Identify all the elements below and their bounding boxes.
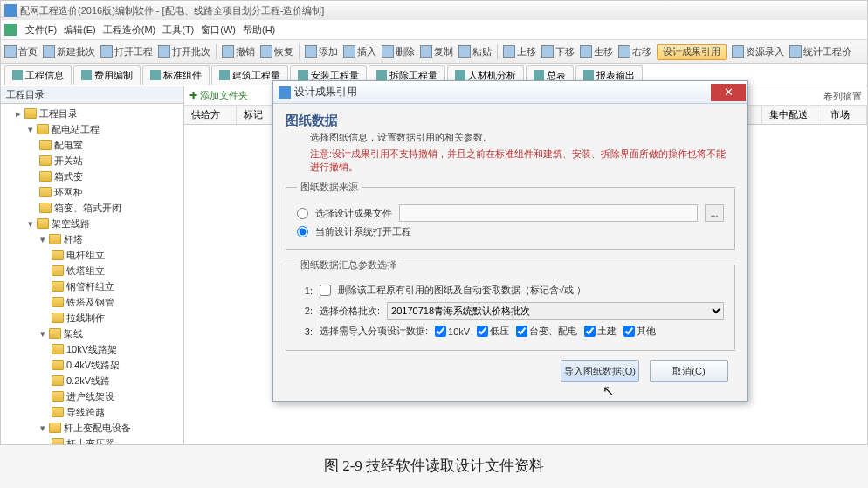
price-batch-select[interactable]: 20170718青海系统默认价格批次	[387, 302, 724, 320]
chk-delete-old-label: 删除该工程原有引用的图纸及自动套取数据（标记含√或!）	[338, 284, 586, 297]
tb-down[interactable]: 下移	[541, 45, 575, 58]
tb-copy[interactable]: 复制	[420, 45, 453, 58]
tb-right[interactable]: 右移	[618, 45, 651, 58]
menu-help[interactable]: 帮助(H)	[243, 24, 275, 37]
tb-left[interactable]: 生移	[580, 45, 613, 58]
tb-openbatch[interactable]: 打开批次	[158, 45, 210, 58]
radio-current-project[interactable]	[297, 226, 308, 237]
section-desc: 选择图纸信息，设置数据引用的相关参数。	[310, 131, 735, 144]
warning-text: 注意:设计成果引用不支持撤销，并且之前在标准组件和建筑、安装、拆除界面所做的操作…	[310, 148, 735, 174]
tb-openproj[interactable]: 打开工程	[100, 45, 153, 58]
chk-civil[interactable]	[584, 326, 596, 337]
chk-trans[interactable]	[516, 326, 527, 337]
menubar: 文件(F) 编辑(E) 工程造价(M) 工具(T) 窗口(W) 帮助(H)	[1, 20, 867, 39]
figure-caption: 图 2-9 技经软件读取设计文件资料	[0, 456, 868, 476]
menu-cost[interactable]: 工程造价(M)	[103, 24, 156, 37]
tb-home[interactable]: 首页	[4, 45, 38, 58]
radio-current-project-label: 当前设计系统打开工程	[315, 225, 411, 238]
tree-panel: 工程目录 ▸工程目录 ▾配电站工程 配电室 开关站 箱式变 环网柜 箱变、箱式开…	[1, 86, 184, 444]
cancel-button[interactable]: 取消(C)	[650, 360, 728, 382]
menu-window[interactable]: 窗口(W)	[201, 24, 236, 37]
menu-file[interactable]: 文件(F)	[25, 24, 57, 37]
tree-header: 工程目录	[1, 86, 183, 104]
dialog-titlebar: 设计成果引用 ✕	[273, 81, 747, 104]
tb-add[interactable]: 添加	[305, 45, 338, 58]
tab-std[interactable]: 标准组件	[142, 65, 210, 85]
import-button[interactable]: 导入图纸数据(O)	[561, 360, 639, 382]
radio-select-file-label: 选择设计成果文件	[315, 207, 392, 220]
file-path-input[interactable]	[399, 204, 698, 222]
col-market[interactable]: 市场	[823, 106, 867, 124]
chk-10kv[interactable]	[435, 326, 446, 337]
tb-design-import[interactable]: 设计成果引用	[657, 44, 727, 60]
tb-insert[interactable]: 插入	[343, 45, 376, 58]
subdata-label: 选择需导入分项设计数据:	[320, 325, 428, 338]
folder-icon	[24, 108, 37, 119]
section-title: 图纸数据	[286, 113, 735, 129]
tab-info[interactable]: 工程信息	[4, 65, 72, 85]
design-import-dialog: 设计成果引用 ✕ 图纸数据 选择图纸信息，设置数据引用的相关参数。 注意:设计成…	[272, 80, 748, 402]
price-batch-label: 选择价格批次:	[320, 305, 380, 318]
tb-stat[interactable]: 统计工程价	[789, 45, 851, 58]
titlebar: 配网工程造价(2016版)编制软件 - [配电、线路全项目划分工程-造价编制]	[1, 1, 867, 20]
browse-button[interactable]: ...	[705, 204, 724, 222]
col-dist[interactable]: 集中配送	[762, 106, 823, 124]
tb-newbatch[interactable]: 新建批次	[43, 45, 95, 58]
source-legend: 图纸数据来源	[297, 181, 362, 194]
menu-icon	[4, 24, 17, 36]
params-fieldset: 图纸数据汇总参数选择 1: 删除该工程原有引用的图纸及自动套取数据（标记含√或!…	[286, 258, 735, 351]
dialog-icon	[279, 86, 291, 99]
chk-lv[interactable]	[477, 326, 488, 337]
tb-delete[interactable]: 删除	[382, 45, 415, 58]
app-icon	[4, 4, 17, 17]
col-layout[interactable]: 卷列摘置	[823, 90, 862, 103]
menu-edit[interactable]: 编辑(E)	[64, 24, 96, 37]
tab-fee[interactable]: 费用编制	[73, 65, 141, 85]
tb-res[interactable]: 资源录入	[732, 45, 784, 58]
project-tree[interactable]: ▸工程目录 ▾配电站工程 配电室 开关站 箱式变 环网柜 箱变、箱式开闭 ▾架空…	[1, 104, 183, 444]
radio-select-file[interactable]	[297, 208, 308, 219]
chk-delete-old[interactable]	[320, 285, 331, 296]
toolbar: 首页 新建批次 打开工程 打开批次 撤销 恢复 添加 插入 删除 复制 粘贴 上…	[1, 39, 867, 64]
window-title: 配网工程造价(2016版)编制软件 - [配电、线路全项目划分工程-造价编制]	[20, 4, 324, 17]
tb-undo[interactable]: 撤销	[222, 45, 255, 58]
dialog-title: 设计成果引用	[294, 85, 357, 100]
add-folder-btn[interactable]: ✚ 添加文件夹	[189, 89, 248, 102]
col-supplier[interactable]: 供给方	[184, 106, 237, 124]
source-fieldset: 图纸数据来源 选择设计成果文件 ... 当前设计系统打开工程	[286, 181, 735, 250]
params-legend: 图纸数据汇总参数选择	[297, 258, 400, 271]
tb-up[interactable]: 上移	[503, 45, 536, 58]
tb-paste[interactable]: 粘贴	[458, 45, 492, 58]
close-button[interactable]: ✕	[711, 84, 746, 101]
chk-other[interactable]	[623, 326, 635, 337]
menu-tool[interactable]: 工具(T)	[162, 24, 194, 37]
tb-redo[interactable]: 恢复	[260, 45, 293, 58]
